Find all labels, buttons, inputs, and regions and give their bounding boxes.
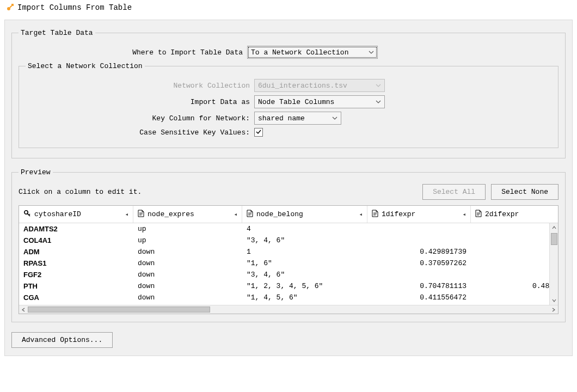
cell: ADM xyxy=(19,248,133,256)
scroll-down-icon[interactable] xyxy=(550,296,558,305)
cell: 0.704781113 xyxy=(367,282,471,290)
collection-combo: 6dui_interactions.tsv xyxy=(254,79,385,92)
chevron-down-icon xyxy=(376,82,381,89)
key-column-combo[interactable]: shared name xyxy=(254,112,341,125)
sort-left-icon: ◂ xyxy=(234,211,237,218)
column-header-2difexpr[interactable]: 2difexpr xyxy=(471,206,558,223)
network-collection-group: Select a Network Collection Network Coll… xyxy=(19,62,558,148)
where-label: Where to Import Table Data xyxy=(19,48,247,57)
scroll-thumb[interactable] xyxy=(28,307,210,313)
cell: down xyxy=(133,259,242,267)
import-as-combo[interactable]: Node Table Columns xyxy=(254,95,385,108)
where-value: To a Network Collection xyxy=(251,48,348,57)
table-header-row: cytoshareID ◂ node_expres ◂ xyxy=(19,206,558,223)
collection-row: Network Collection 6dui_interactions.tsv xyxy=(26,79,551,92)
select-all-button[interactable]: Select All xyxy=(422,184,486,200)
column-name: 2difexpr xyxy=(485,210,519,218)
table-row[interactable]: ADAMTS2 up 4 xyxy=(19,223,558,235)
cell: 4 xyxy=(242,225,367,233)
case-sensitive-row: Case Sensitive Key Values: xyxy=(26,128,551,137)
sort-left-icon: ◂ xyxy=(462,211,466,218)
network-collection-legend: Select a Network Collection xyxy=(26,62,145,70)
table-row[interactable]: CGA down "1, 4, 5, 6" 0.411556472 xyxy=(19,292,558,303)
horizontal-scrollbar[interactable] xyxy=(19,305,558,314)
column-name: cytoshareID xyxy=(34,210,81,218)
key-column-label: Key Column for Network: xyxy=(26,114,254,122)
document-icon xyxy=(475,210,482,219)
check-icon xyxy=(255,128,262,137)
cell: down xyxy=(133,282,242,290)
import-as-value: Node Table Columns xyxy=(258,98,334,106)
column-header-1difexpr[interactable]: 1difexpr ◂ xyxy=(367,206,471,223)
cell: 0.486 xyxy=(471,282,558,290)
case-sensitive-checkbox[interactable] xyxy=(254,128,263,137)
cell: RPAS1 xyxy=(19,259,133,267)
cell: down xyxy=(133,293,242,302)
advanced-options-button[interactable]: Advanced Options... xyxy=(11,332,113,348)
chevron-down-icon xyxy=(369,49,374,56)
where-combo[interactable]: To a Network Collection xyxy=(247,46,378,59)
app-icon xyxy=(5,3,14,12)
collection-label: Network Collection xyxy=(26,82,254,90)
scroll-left-icon[interactable] xyxy=(19,308,28,312)
cell: down xyxy=(133,248,242,256)
key-column-value: shared name xyxy=(258,114,305,122)
cell: 1 xyxy=(242,248,367,256)
target-table-legend: Target Table Data xyxy=(19,29,95,37)
vertical-scrollbar[interactable] xyxy=(549,223,558,305)
table-body: ADAMTS2 up 4 COL4A1 up "3, 4, 6" xyxy=(19,223,558,305)
scroll-up-icon[interactable] xyxy=(550,223,558,232)
cell: up xyxy=(133,236,242,244)
key-icon xyxy=(23,210,31,219)
column-header-node-expres[interactable]: node_expres ◂ xyxy=(133,206,242,223)
cell: 0.411556472 xyxy=(367,293,471,302)
content-pane: Target Table Data Where to Import Table … xyxy=(4,20,573,356)
table-row[interactable]: FGF2 down "3, 4, 6" xyxy=(19,269,558,280)
window-title: Import Columns From Table xyxy=(17,3,132,12)
chevron-down-icon xyxy=(376,99,381,105)
document-icon xyxy=(138,210,144,219)
table-row[interactable]: PTH down "1, 2, 3, 4, 5, 6" 0.704781113 … xyxy=(19,280,558,292)
chevron-down-icon xyxy=(332,115,337,121)
cell: PTH xyxy=(19,282,133,290)
scroll-thumb[interactable] xyxy=(551,233,557,245)
import-as-row: Import Data as Node Table Columns xyxy=(26,95,551,108)
cell: 0.429891739 xyxy=(367,248,471,256)
column-header-cytoshareid[interactable]: cytoshareID ◂ xyxy=(19,206,133,223)
key-column-row: Key Column for Network: shared name xyxy=(26,112,551,125)
cell: CGA xyxy=(19,293,133,302)
preview-hint: Click on a column to edit it. xyxy=(19,188,142,196)
table-row[interactable]: RPAS1 down "1, 6" 0.370597262 xyxy=(19,258,558,269)
scroll-right-icon[interactable] xyxy=(549,308,558,312)
titlebar: Import Columns From Table xyxy=(0,0,577,15)
cell: down xyxy=(133,271,242,279)
collection-value: 6dui_interactions.tsv xyxy=(258,82,347,90)
cell: up xyxy=(133,225,242,233)
cell: COL4A1 xyxy=(19,236,133,244)
scroll-track[interactable] xyxy=(28,305,549,314)
where-row: Where to Import Table Data To a Network … xyxy=(19,46,558,59)
document-icon xyxy=(372,210,378,219)
cell: ADAMTS2 xyxy=(19,225,133,233)
cell: FGF2 xyxy=(19,271,133,279)
preview-toolbar: Click on a column to edit it. Select All… xyxy=(19,184,558,200)
cell: 0.370597262 xyxy=(367,259,471,267)
cell: "1, 2, 3, 4, 5, 6" xyxy=(242,282,367,290)
case-sensitive-label: Case Sensitive Key Values: xyxy=(26,128,254,137)
document-icon xyxy=(247,210,253,219)
column-name: node_belong xyxy=(256,210,303,218)
import-columns-dialog: Import Columns From Table Target Table D… xyxy=(0,0,577,356)
cell: "1, 4, 5, 6" xyxy=(242,293,367,302)
sort-left-icon: ◂ xyxy=(125,211,128,218)
column-header-node-belong[interactable]: node_belong ◂ xyxy=(242,206,367,223)
column-name: node_expres xyxy=(148,210,194,218)
advanced-row: Advanced Options... xyxy=(11,332,566,348)
cell: "3, 4, 6" xyxy=(242,236,367,244)
sort-left-icon: ◂ xyxy=(359,211,363,218)
table-row[interactable]: ADM down 1 0.429891739 xyxy=(19,246,558,258)
table-row[interactable]: COL4A1 up "3, 4, 6" xyxy=(19,235,558,246)
select-none-button[interactable]: Select None xyxy=(491,184,558,200)
cell: "3, 4, 6" xyxy=(242,271,367,279)
target-table-group: Target Table Data Where to Import Table … xyxy=(11,29,566,158)
preview-group: Preview Click on a column to edit it. Se… xyxy=(11,168,566,322)
